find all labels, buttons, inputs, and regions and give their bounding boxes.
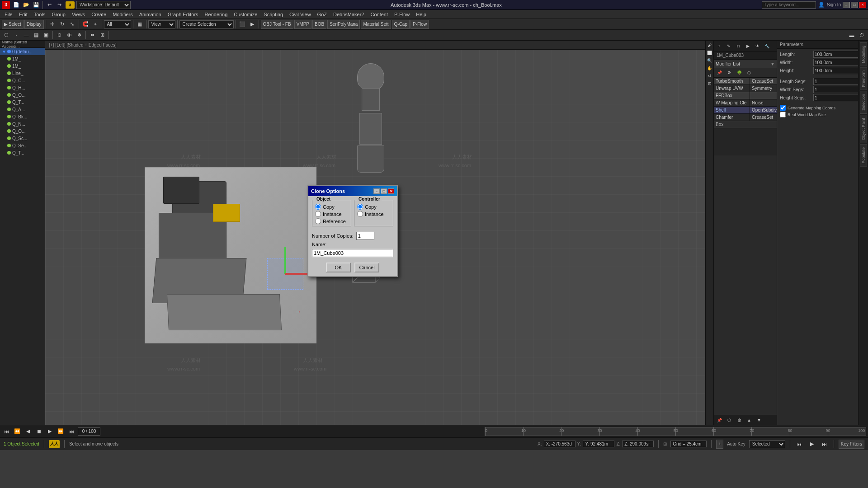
status-play-prev-icon[interactable]: ⏮ xyxy=(795,440,804,449)
pin-icon[interactable]: 📌 xyxy=(715,68,724,77)
copy-option[interactable]: Copy xyxy=(315,204,348,210)
reference-option[interactable]: Reference xyxy=(315,218,348,224)
align-icon[interactable]: ⊞ xyxy=(98,31,107,40)
display-tab-icon[interactable]: 👁 xyxy=(753,42,762,51)
vertex-icon[interactable]: · xyxy=(12,31,21,40)
vtab-object-paint[interactable]: Object Paint xyxy=(860,115,867,143)
wmapping-modifier[interactable]: W Mapping Cle xyxy=(714,99,750,106)
creaseset-modifier[interactable]: CreaseSet xyxy=(750,78,777,84)
snap-toggle-icon[interactable]: 🧲 xyxy=(81,20,90,29)
region-select-icon[interactable]: ▦ xyxy=(135,20,144,29)
polygon-mode-icon[interactable]: ⬡ xyxy=(2,31,11,40)
pin-mod-icon[interactable]: 📌 xyxy=(715,416,724,425)
show-tree-icon[interactable]: 🌳 xyxy=(735,68,744,77)
maximize-vp-icon[interactable]: ⊡ xyxy=(706,80,713,87)
remove-mod-icon[interactable]: 🗑 xyxy=(735,416,744,425)
instance-radio[interactable] xyxy=(315,211,321,217)
frame-counter[interactable] xyxy=(78,427,100,436)
num-copies-input[interactable] xyxy=(356,232,374,240)
ok-button[interactable]: OK xyxy=(326,263,351,272)
cancel-button[interactable]: Cancel xyxy=(354,263,379,272)
menu-group[interactable]: Group xyxy=(49,11,68,18)
menu-modifiers[interactable]: Modifiers xyxy=(110,11,136,18)
move-down-icon[interactable]: ▼ xyxy=(755,416,764,425)
configure-icon[interactable]: ⚙ xyxy=(725,68,734,77)
vmpp-btn[interactable]: VMPP xyxy=(294,20,311,29)
isolate-icon[interactable]: ⊙ xyxy=(55,31,64,40)
pan-icon[interactable]: ✋ xyxy=(706,65,713,72)
addkey-btn[interactable]: + xyxy=(716,440,723,449)
menu-pflow[interactable]: P-Flow xyxy=(392,11,412,18)
dialog-minimize-btn[interactable]: – xyxy=(373,188,380,194)
motion-tab-icon[interactable]: ▶ xyxy=(743,42,752,51)
orbit-icon[interactable]: ↺ xyxy=(706,72,713,80)
chamfer-modifier[interactable]: Chamfer xyxy=(714,114,750,121)
display-mode-btn[interactable]: Display xyxy=(24,20,44,29)
length-segs-input[interactable] xyxy=(813,78,858,85)
ctrl-copy-option[interactable]: Copy xyxy=(357,204,390,210)
seri-poly-btn[interactable]: SeriPolyMana xyxy=(327,20,360,29)
menu-civil-view[interactable]: Civil View xyxy=(287,11,313,18)
create-selection-select[interactable]: Create Selection xyxy=(179,20,234,28)
vtab-modeling[interactable]: Modelling xyxy=(860,42,867,66)
height-input[interactable] xyxy=(813,67,858,74)
creaseset2-modifier[interactable]: CreaseSet xyxy=(750,114,777,121)
zoom-icon[interactable]: 🔍 xyxy=(706,57,713,64)
utility-tab-icon[interactable]: 🔧 xyxy=(762,42,771,51)
ribbon-icon[interactable]: ▬ xyxy=(847,31,856,40)
shell-modifier[interactable]: Shell xyxy=(714,107,750,113)
vtab-freeform[interactable]: Freeform xyxy=(860,67,867,90)
element-icon[interactable]: ▣ xyxy=(42,31,51,40)
real-world-cb[interactable] xyxy=(780,112,786,117)
angle-snap-icon[interactable]: ⌖ xyxy=(91,20,100,29)
stop-btn[interactable]: ⏹ xyxy=(34,427,43,436)
play-btn[interactable]: ⏮ xyxy=(2,427,11,436)
menu-rendering[interactable]: Rendering xyxy=(202,11,231,18)
menu-scripting[interactable]: Scripting xyxy=(261,11,286,18)
move-icon[interactable]: ✛ xyxy=(48,20,57,29)
clone-name-input[interactable] xyxy=(312,249,393,257)
eraser-icon[interactable]: ⬜ xyxy=(706,49,713,56)
hide-icon[interactable]: 👁 xyxy=(65,31,74,40)
menu-graph-editors[interactable]: Graph Editors xyxy=(165,11,201,18)
freeze-icon[interactable]: ❄ xyxy=(75,31,84,40)
menu-animation[interactable]: Animation xyxy=(137,11,164,18)
tree-item-1m-1[interactable]: 1M_ xyxy=(0,55,45,62)
tree-item-qbk[interactable]: Q_Bk... xyxy=(0,113,45,120)
status-play-next-icon[interactable]: ⏭ xyxy=(820,440,829,449)
width-segs-input[interactable] xyxy=(813,86,858,93)
symmetry-modifier[interactable]: Symmetry xyxy=(750,85,777,92)
menu-goz[interactable]: GoZ xyxy=(315,11,330,18)
menu-views[interactable]: Views xyxy=(69,11,88,18)
new-btn[interactable]: 📄 xyxy=(12,0,21,9)
menu-debrismaker[interactable]: DebrisMaker2 xyxy=(330,11,367,18)
workspace-select[interactable]: Workspace: Default xyxy=(76,1,131,9)
tree-item-qo[interactable]: Q_O... xyxy=(0,91,45,99)
height-segs-input[interactable] xyxy=(813,94,858,101)
noise-modifier[interactable]: Noise xyxy=(750,99,777,106)
bob-btn[interactable]: BOB xyxy=(312,20,326,29)
prev-btn[interactable]: ◀ xyxy=(24,427,33,436)
mirror-icon[interactable]: ⇔ xyxy=(88,31,97,40)
edge-icon[interactable]: — xyxy=(22,31,31,40)
maximize-btn[interactable]: □ xyxy=(851,2,858,8)
save-btn[interactable]: 💾 xyxy=(32,0,41,9)
ctrl-instance-radio[interactable] xyxy=(357,211,363,217)
undo-btn[interactable]: ↩ xyxy=(45,0,54,9)
gen-mapping-cb[interactable] xyxy=(780,105,786,111)
prev-frame-btn[interactable]: ⏪ xyxy=(13,427,22,436)
rotate-icon[interactable]: ↻ xyxy=(58,20,67,29)
sign-in-btn[interactable]: Sign In xyxy=(827,2,841,7)
menu-content[interactable]: Content xyxy=(368,11,391,18)
menu-file[interactable]: File xyxy=(2,11,15,18)
next-btn[interactable]: ▶ xyxy=(45,427,54,436)
dialog-maximize-btn[interactable]: □ xyxy=(381,188,387,194)
tree-item-qse[interactable]: Q_Se... xyxy=(0,142,45,149)
reference-radio[interactable] xyxy=(315,218,321,224)
next-frame-btn[interactable]: ⏩ xyxy=(56,427,65,436)
time-config-icon[interactable]: ⏱ xyxy=(857,31,866,40)
instance-option[interactable]: Instance xyxy=(315,211,348,217)
selected-dropdown[interactable]: Selected xyxy=(749,440,785,448)
select-mode-btn[interactable]: ▶ Select xyxy=(2,20,24,29)
last-frame-btn[interactable]: ⏭ xyxy=(67,427,76,436)
